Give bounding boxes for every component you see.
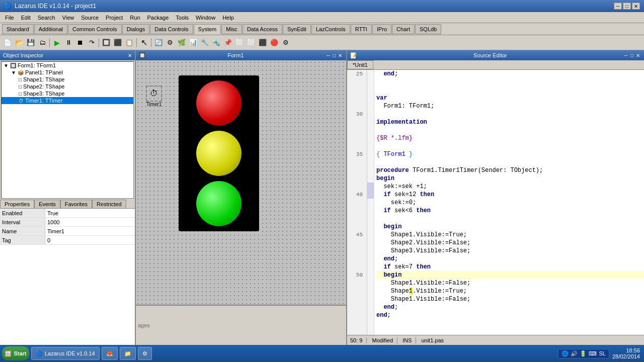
tool8[interactable]: ⬜ <box>234 37 245 48</box>
tree-item-shape3[interactable]: □ Shape3: TShape <box>2 90 133 97</box>
tree-item-shape2[interactable]: □ Shape2: TShape <box>2 83 133 90</box>
tab-dialogs[interactable]: Dialogs <box>122 24 150 34</box>
tab-standard[interactable]: Standard <box>2 24 34 34</box>
tab-common-controls[interactable]: Common Controls <box>68 24 122 34</box>
timer-widget[interactable]: ⏱ Timer1 <box>146 85 162 107</box>
code-editor[interactable]: 25 30 35 40 45 <box>347 70 644 335</box>
lnum-30: 30 <box>349 110 365 118</box>
form-minimize-btn[interactable]: ─ <box>326 53 331 58</box>
tree-item-shape1[interactable]: □ Shape1: TShape <box>2 76 133 83</box>
tool1[interactable]: 🔄 <box>153 37 164 48</box>
clock-date: 28/02/2014 <box>612 353 640 359</box>
minimize-button[interactable]: ─ <box>614 3 622 10</box>
tool6[interactable]: 🔩 <box>211 37 222 48</box>
new-button[interactable]: 📄 <box>2 37 13 48</box>
lnum-empty14 <box>349 207 365 215</box>
save-button[interactable]: 💾 <box>25 37 36 48</box>
window-controls[interactable]: ─ □ ✕ <box>614 3 640 10</box>
menu-search[interactable]: Search <box>35 14 58 22</box>
taskbar-firefox[interactable]: 🦊 <box>102 347 118 360</box>
form-title-text: Form1 <box>228 52 244 58</box>
menu-tools[interactable]: Tools <box>173 14 192 22</box>
prop-value-tag[interactable]: 0 <box>45 237 135 243</box>
prop-value-enabled[interactable]: True <box>45 210 135 216</box>
unit1-tab[interactable]: *Unit1 <box>347 60 373 69</box>
form-window-controls[interactable]: ─ □ ✕ <box>326 53 343 58</box>
tab-lazcontrols[interactable]: LazControls <box>311 24 350 34</box>
prop-value-interval[interactable]: 1000 <box>45 219 135 225</box>
object-inspector-title: Object Inspector ✕ <box>0 50 135 60</box>
menu-run[interactable]: Run <box>127 14 143 22</box>
code-line-begin1: begin <box>376 174 644 183</box>
menu-view[interactable]: View <box>59 14 77 22</box>
tool3[interactable]: 🌿 <box>176 37 187 48</box>
tab-chart[interactable]: Chart <box>392 24 415 34</box>
taskbar-ide[interactable]: ⚙ <box>138 347 152 360</box>
editor-close-btn[interactable]: ✕ <box>635 53 641 58</box>
menu-source[interactable]: Source <box>78 14 102 22</box>
lnum-empty3 <box>349 94 365 102</box>
open-button[interactable]: 📂 <box>14 37 25 48</box>
menu-help[interactable]: Help <box>219 14 237 22</box>
tab-synedit[interactable]: SynEdit <box>283 24 311 34</box>
tool9[interactable]: ⬜ <box>246 37 257 48</box>
tree-item-form1[interactable]: ▼ 🔲 Form1: TForm1 <box>2 62 133 69</box>
tab-data-controls[interactable]: Data Controls <box>150 24 193 34</box>
menu-project[interactable]: Project <box>103 14 126 22</box>
tool5[interactable]: 🔧 <box>199 37 210 48</box>
tool12[interactable]: ⚙ <box>280 37 291 48</box>
tree-item-timer1[interactable]: ⏱ Timer1: TTimer <box>2 97 133 104</box>
code-line-s1false2: Shape1.Visible:=False; <box>376 295 644 303</box>
tab-rtti[interactable]: RTTI <box>351 24 372 34</box>
tool10[interactable]: ⬛ <box>257 37 268 48</box>
menu-edit[interactable]: Edit <box>18 14 34 22</box>
editor-minimize-btn[interactable]: ─ <box>623 53 629 58</box>
tool4[interactable]: 📊 <box>188 37 199 48</box>
menu-package[interactable]: Package <box>144 14 172 22</box>
prop-value-name[interactable]: Timer1 <box>45 228 135 234</box>
taskbar-files[interactable]: 📁 <box>120 347 136 360</box>
tool11[interactable]: 🔴 <box>269 37 280 48</box>
tree-item-panel1[interactable]: ▼ 📦 Panel1: TPanel <box>2 69 133 76</box>
editor-title-bar: 📝 Source Editor ─ □ ✕ <box>347 50 644 60</box>
tab-restricted[interactable]: Restricted <box>92 200 126 208</box>
run-button[interactable]: ▶ <box>51 37 62 48</box>
tab-misc[interactable]: Misc <box>221 24 242 34</box>
save-all-button[interactable]: 🗂 <box>37 37 48 48</box>
taskbar-lazarus[interactable]: 🔵 Lazarus IDE v1.0.14 <box>31 347 100 360</box>
form-close-btn[interactable]: ✕ <box>337 53 343 58</box>
code-line-blank5 <box>376 142 644 150</box>
code-content[interactable]: end; var Form1: TForm1; implementation {… <box>374 70 644 335</box>
step-over-button[interactable]: ↷ <box>86 37 97 48</box>
marker-line29 <box>367 183 374 191</box>
select-btn[interactable]: ↖ <box>138 37 149 48</box>
tab-sqldb[interactable]: SQLdb <box>415 24 441 34</box>
form-maximize-btn[interactable]: □ <box>332 53 337 58</box>
tab-additional[interactable]: Additional <box>34 24 67 34</box>
tab-ipro[interactable]: IPro <box>372 24 391 34</box>
menu-window[interactable]: Window <box>193 14 218 22</box>
stop-button[interactable]: ⏹ <box>74 37 86 48</box>
object-tree[interactable]: ▼ 🔲 Form1: TForm1 ▼ 📦 Panel1: TPanel □ S… <box>1 61 134 199</box>
close-button[interactable]: ✕ <box>632 3 640 10</box>
tool7[interactable]: 📌 <box>222 37 233 48</box>
tab-events[interactable]: Events <box>34 200 60 208</box>
toggle-btn1[interactable]: 🔲 <box>101 37 112 48</box>
toggle-btn2[interactable]: ⬛ <box>112 37 123 48</box>
menu-file[interactable]: File <box>2 14 17 22</box>
maximize-button[interactable]: □ <box>623 3 631 10</box>
editor-maximize-btn[interactable]: □ <box>629 53 634 58</box>
toggle-btn3[interactable]: 📋 <box>124 37 135 48</box>
oi-close-button[interactable]: ✕ <box>128 53 132 58</box>
tab-properties[interactable]: Properties <box>0 200 34 208</box>
pause-button[interactable]: ⏸ <box>63 37 74 48</box>
lazarus-taskbar-label: Lazarus IDE v1.0.14 <box>45 350 95 356</box>
main-layout: Object Inspector ✕ ▼ 🔲 Form1: TForm1 ▼ 📦… <box>0 50 644 345</box>
editor-window-controls[interactable]: ─ □ ✕ <box>623 53 641 58</box>
start-button[interactable]: 🪟 Start <box>2 346 29 360</box>
tab-favorites[interactable]: Favorites <box>60 200 92 208</box>
form-canvas[interactable]: ⏱ Timer1 <box>136 60 346 305</box>
tab-system[interactable]: System <box>194 24 221 34</box>
tool2[interactable]: ⚙ <box>165 37 176 48</box>
tab-data-access[interactable]: Data Access <box>243 24 282 34</box>
